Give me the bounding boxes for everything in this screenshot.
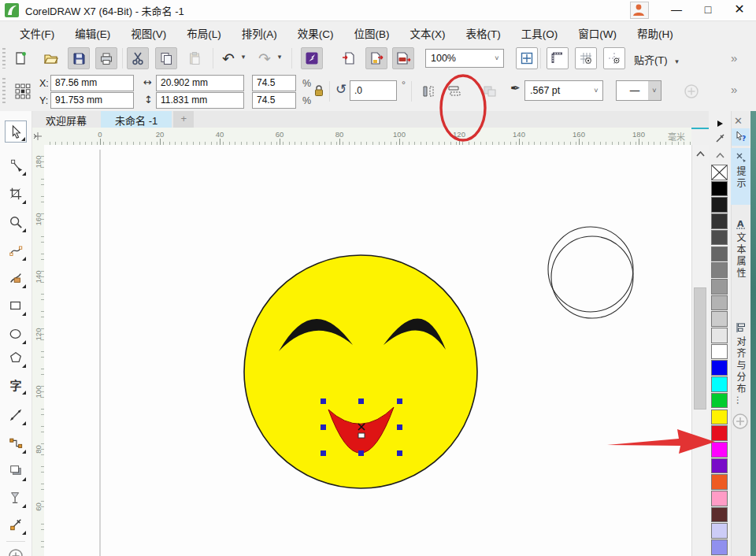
menu-table[interactable]: 表格(T)	[456, 22, 511, 44]
palette-swatch-orange[interactable]	[711, 474, 728, 490]
redo-dropdown-arrow[interactable]: ▾	[275, 53, 284, 61]
rotation-angle-field[interactable]: .0	[350, 80, 397, 101]
zoom-level-combobox[interactable]: 100% ˅	[425, 49, 504, 68]
vertical-ruler[interactable]: 180 160 140 120 100 80 60	[32, 145, 45, 556]
palette-swatch-white[interactable]	[711, 344, 728, 360]
new-tab-button[interactable]: +	[173, 111, 194, 128]
zoom-tool[interactable]	[5, 211, 27, 233]
dimension-tool[interactable]	[5, 404, 27, 426]
docker-tab-text-properties[interactable]: A 文本属性	[731, 214, 750, 312]
drop-shadow-tool[interactable]	[5, 460, 27, 482]
text-tool[interactable]: 字	[5, 373, 27, 395]
lock-ratio-icon[interactable]	[313, 84, 324, 98]
y-position-field[interactable]: 91.753 mm	[50, 92, 134, 109]
polygon-tool[interactable]	[5, 347, 27, 369]
menu-view[interactable]: 视图(V)	[120, 22, 176, 44]
export-button[interactable]	[365, 47, 387, 69]
menu-text[interactable]: 文本(X)	[400, 22, 456, 44]
palette-swatch-magenta[interactable]	[711, 442, 728, 458]
palette-swatch-black[interactable]	[711, 181, 728, 197]
palette-swatch-green[interactable]	[711, 393, 728, 409]
add-property-button[interactable]	[680, 80, 702, 102]
palette-swatch-black-30[interactable]	[711, 295, 728, 311]
property-overflow-button[interactable]: »	[731, 83, 737, 96]
docker-close-icon[interactable]: ✕	[734, 115, 743, 127]
x-position-field[interactable]: 87.56 mm	[50, 75, 134, 91]
palette-swatch-blue[interactable]	[711, 360, 728, 376]
object-height-field[interactable]: 11.831 mm	[156, 92, 244, 109]
palette-swatch-red[interactable]	[711, 425, 728, 441]
horizontal-ruler[interactable]: 0 20 40 60 80 100 120 140 160 180 毫米	[44, 128, 691, 146]
menu-bitmaps[interactable]: 位图(B)	[344, 22, 400, 44]
freehand-tool[interactable]	[5, 239, 27, 261]
drawing-canvas[interactable]	[44, 145, 691, 556]
palette-swatch-brown[interactable]	[711, 507, 728, 523]
undo-button[interactable]: ↶	[217, 47, 239, 69]
add-docker-button[interactable]	[732, 413, 749, 430]
outline-width-combobox[interactable]: .567 pt ˅	[524, 80, 603, 101]
property-bar-grip[interactable]	[2, 78, 6, 105]
pick-tool[interactable]	[5, 120, 27, 143]
palette-swatch-lavender[interactable]	[711, 523, 728, 539]
object-width-field[interactable]: 20.902 mm	[156, 75, 244, 91]
outline-circle-1[interactable]	[548, 227, 633, 312]
show-grid-button[interactable]	[575, 47, 597, 69]
scroll-up-button[interactable]	[692, 146, 708, 161]
undo-dropdown-arrow[interactable]: ▾	[239, 53, 248, 61]
palette-flyout-icon[interactable]	[712, 117, 728, 130]
palette-swatch-black-40[interactable]	[711, 279, 728, 295]
shape-tool[interactable]	[5, 154, 27, 176]
menu-file[interactable]: 文件(F)	[9, 22, 65, 44]
minimize-button[interactable]: —	[663, 0, 690, 19]
redo-button[interactable]: ↷	[254, 47, 276, 69]
whats-this-icon[interactable]: ?	[732, 128, 750, 146]
palette-swatch-black-50[interactable]	[711, 262, 728, 278]
palette-swatch-black-70[interactable]	[711, 230, 728, 246]
snap-options-button[interactable]	[603, 47, 625, 69]
palette-swatch-cyan[interactable]	[711, 376, 728, 392]
palette-scroll-up-icon[interactable]	[712, 149, 728, 161]
maximize-button[interactable]: □	[695, 0, 721, 19]
color-eyedropper-tool[interactable]	[5, 513, 27, 536]
menu-effects[interactable]: 效果(C)	[287, 22, 344, 44]
transparency-tool[interactable]	[5, 487, 27, 509]
menu-arrange[interactable]: 排列(A)	[232, 22, 287, 44]
palette-swatch-no-color[interactable]	[711, 165, 728, 180]
outline-circle-2[interactable]	[551, 236, 633, 318]
menu-help[interactable]: 帮助(H)	[627, 22, 684, 44]
tab-welcome-screen[interactable]: 欢迎屏幕	[32, 111, 101, 128]
palette-swatch-yellow[interactable]	[711, 410, 728, 425]
toolbar-overflow-button[interactable]: »	[731, 51, 737, 65]
cut-button[interactable]	[127, 47, 149, 69]
copy-button[interactable]	[155, 47, 177, 69]
docker-tab-align-distribute[interactable]: 对齐与分布…	[731, 318, 750, 421]
show-rulers-button[interactable]	[547, 47, 569, 69]
ruler-origin[interactable]	[32, 128, 44, 146]
combine-button[interactable]	[479, 80, 501, 102]
docker-tab-hints[interactable]: 提示	[731, 148, 750, 205]
menu-layout[interactable]: 布局(L)	[176, 22, 232, 44]
line-style-combobox[interactable]: — ˅	[616, 80, 662, 101]
chevron-down-icon[interactable]: ˅	[491, 54, 503, 62]
palette-swatch-black-90[interactable]	[711, 197, 728, 213]
save-button[interactable]	[68, 47, 90, 69]
mirror-vertical-button[interactable]	[443, 80, 465, 102]
palette-swatch-purple[interactable]	[711, 458, 728, 474]
palette-swatch-black-10[interactable]	[711, 328, 728, 343]
palette-swatch-periwinkle[interactable]	[711, 539, 728, 555]
import-button[interactable]	[337, 47, 359, 69]
scale-horizontal-field[interactable]: 74.5	[252, 75, 296, 91]
palette-swatch-pink[interactable]	[711, 491, 728, 506]
rectangle-tool[interactable]	[5, 295, 27, 317]
mirror-horizontal-button[interactable]	[417, 80, 439, 102]
fullscreen-preview-button[interactable]	[516, 47, 538, 69]
palette-eyedropper-icon[interactable]	[712, 132, 728, 144]
account-icon[interactable]	[630, 2, 649, 19]
menu-window[interactable]: 窗口(W)	[568, 22, 627, 44]
publish-pdf-button[interactable]	[392, 47, 414, 69]
crop-tool[interactable]	[5, 183, 27, 205]
palette-swatch-black-60[interactable]	[711, 246, 728, 262]
ellipse-tool[interactable]	[5, 323, 27, 345]
application-launcher-button[interactable]	[301, 47, 323, 69]
new-document-button[interactable]	[9, 47, 32, 69]
